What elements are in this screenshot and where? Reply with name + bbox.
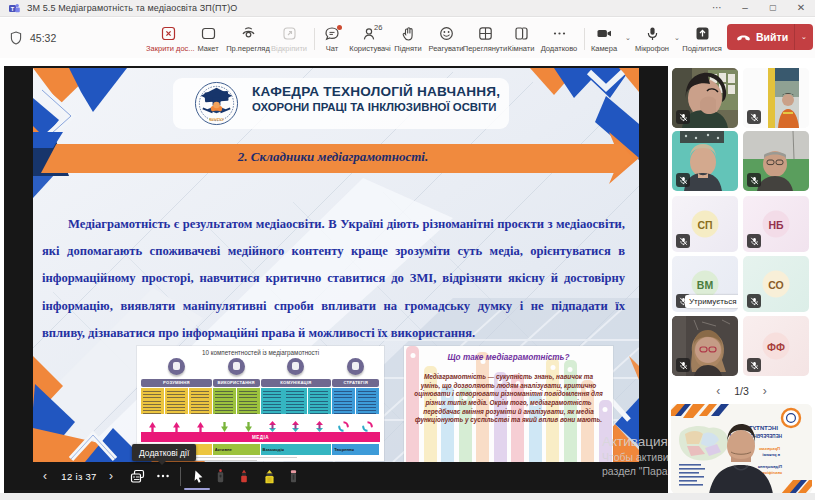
communication-icon [287, 358, 304, 375]
participant-status-label: Утримується [685, 295, 738, 308]
department-logo: БІНПО [193, 80, 240, 127]
cursor-icon [192, 469, 205, 484]
participant-initials-tile[interactable]: ВМ Утримується [672, 256, 738, 312]
svg-text:БІНПО: БІНПО [209, 117, 224, 122]
department-title-line2: ОХОРОНИ ПРАЦІ ТА ІНКЛЮЗИВНОЇ ОСВІТИ [252, 101, 510, 115]
body-line: інформацію, виявляти маніпулятивні спроб… [42, 293, 625, 320]
infographic-title: 10 компетентностей із медіаграмотності [137, 349, 384, 356]
media-type-cell: Творення [332, 444, 379, 455]
window-more-button[interactable]: ⋯ [703, 0, 731, 17]
pen-tool-button[interactable] [233, 462, 255, 490]
muted-mic-icon [747, 234, 761, 248]
department-title-line1: КАФЕДРА ТЕХНОЛОГІЙ НАВЧАННЯ, [252, 84, 510, 101]
participant-video-tile[interactable] [672, 131, 738, 191]
close-document-button[interactable]: Закрити дос... [146, 25, 190, 53]
muted-mic-icon [676, 173, 690, 187]
window-close-button[interactable]: ✕ [787, 0, 815, 17]
muted-mic-icon [747, 110, 761, 124]
competency-cell [308, 388, 331, 414]
competency-cell [356, 388, 379, 414]
participant-video-tile[interactable] [672, 68, 738, 128]
competency-cell [213, 388, 236, 414]
participant-video-tile[interactable] [743, 68, 809, 128]
highlighter-tool-button[interactable] [257, 462, 281, 490]
more-actions-tooltip: Додаткові дії [132, 444, 196, 461]
competency-cell [141, 388, 164, 414]
more-actions-button[interactable]: Додатково [537, 25, 581, 53]
previous-slide-button[interactable]: ‹ [38, 462, 52, 490]
participants-count-badge: 26 [374, 23, 382, 32]
avatar-initials: СП [692, 211, 719, 238]
eraser-icon [289, 469, 298, 483]
pagination-prev-icon[interactable]: ‹ [716, 384, 720, 398]
pagination-label: 1/3 [734, 385, 749, 397]
participants-rail: СП НБ ВМ Утримується СО [668, 58, 815, 500]
yellow-highlighter-icon [263, 469, 276, 484]
presenter-more-icon [156, 469, 170, 483]
slide-topic-title: 2. Складники медіаграмотності. [33, 149, 633, 165]
participant-initials-tile[interactable]: СО [743, 256, 809, 312]
quote-title: Що таке медіаграмотність? [404, 353, 613, 362]
window-bottom-edge [0, 493, 815, 500]
unpin-button[interactable]: Відкріпити [267, 25, 311, 53]
quote-text: Медіаграмотність — сукупність знань, нав… [414, 373, 603, 425]
participant-initials-tile[interactable]: ФФ [743, 316, 809, 376]
avatar-initials: ВМ [692, 271, 719, 298]
participant-video-tile[interactable] [743, 131, 809, 191]
pagination-next-icon[interactable]: › [763, 384, 767, 398]
meeting-toolbar: 45:32 Закрити дос... Макет Пр.перегляд В… [0, 18, 815, 58]
leave-button[interactable]: Вийти ⌄ [727, 24, 813, 50]
presenter-control-bar: ‹ 12 із 37 › [4, 462, 668, 493]
cursor-tool-button[interactable] [186, 462, 210, 490]
leave-button-label: Вийти [756, 31, 788, 43]
laser-pointer-tool-button[interactable] [209, 462, 231, 490]
muted-mic-icon [676, 110, 690, 124]
red-pen-icon [239, 469, 249, 483]
hangup-icon [736, 33, 751, 42]
participant-initials-tile[interactable]: СП [672, 196, 738, 252]
shield-icon [10, 31, 22, 45]
microphone-icon [629, 25, 675, 42]
participant-video-tile[interactable] [672, 316, 738, 376]
share-button[interactable]: Поділитися [680, 25, 724, 53]
avatar-initials: СО [763, 271, 790, 298]
laser-pointer-icon [216, 469, 225, 483]
competency-cell [261, 388, 284, 414]
slide-grid-button[interactable] [126, 462, 148, 490]
avatar-initials: НБ [763, 211, 790, 238]
eraser-tool-button[interactable] [282, 462, 304, 490]
presentation-slide[interactable]: БІНПО КАФЕДРА ТЕХНОЛОГІЙ НАВЧАННЯ, ОХОРО… [33, 68, 639, 462]
slide-header-text: КАФЕДРА ТЕХНОЛОГІЙ НАВЧАННЯ, ОХОРОНИ ПРА… [252, 84, 510, 114]
window-title: ЗМ 5.5 Медіаграмотність та медіаосвіта З… [27, 3, 237, 13]
competency-cell [332, 388, 355, 414]
microphone-chevron-icon[interactable]: ⌄ [674, 34, 680, 42]
selected-tool-indicator [184, 488, 210, 490]
leave-options-chevron[interactable]: ⌄ [794, 24, 813, 50]
teams-app-icon: T [9, 3, 20, 14]
participant-initials-tile[interactable]: НБ [743, 196, 809, 252]
avatar-initials: ФФ [763, 333, 790, 360]
muted-mic-icon [747, 358, 761, 372]
presentation-stage: БІНПО КАФЕДРА ТЕХНОЛОГІЙ НАВЧАННЯ, ОХОРО… [4, 66, 668, 493]
body-line: інформаційному просторі, навчитися крити… [42, 265, 625, 292]
media-type-cell: Активне [213, 444, 260, 455]
camera-button[interactable]: Камера [582, 25, 626, 53]
next-slide-button[interactable]: › [104, 462, 118, 490]
presenter-more-button[interactable] [152, 462, 174, 490]
slide-grid-icon [130, 469, 145, 484]
slide-body-text: Медіаграмотність є результатом медіаосві… [42, 211, 625, 347]
window-minimize-button[interactable]: – [731, 0, 759, 17]
presenter-video: ІНСТИТУТ НЕПЕРЕРВНОЇ ОСВІТИ Працюємо в р… [671, 404, 812, 494]
presenter-video-tile[interactable]: ІНСТИТУТ НЕПЕРЕРВНОЇ ОСВІТИ Працюємо в р… [671, 404, 812, 494]
svg-text:Працюємо: Працюємо [758, 446, 780, 451]
usage-icon [228, 358, 245, 375]
understanding-icon [168, 358, 185, 375]
strategy-icon [347, 358, 364, 375]
window-maximize-button[interactable]: ▢ [759, 0, 787, 17]
microphone-button[interactable]: Мікрофон [629, 25, 675, 53]
competency-cell [189, 388, 212, 414]
media-literacy-quote-image: Що таке медіаграмотність? Медіаграмотніс… [404, 346, 613, 462]
muted-mic-icon [747, 173, 761, 187]
body-line: впливу, дізнаватися про інформаційні пра… [42, 320, 625, 347]
media-type-cell: Взаємодія [261, 444, 332, 455]
